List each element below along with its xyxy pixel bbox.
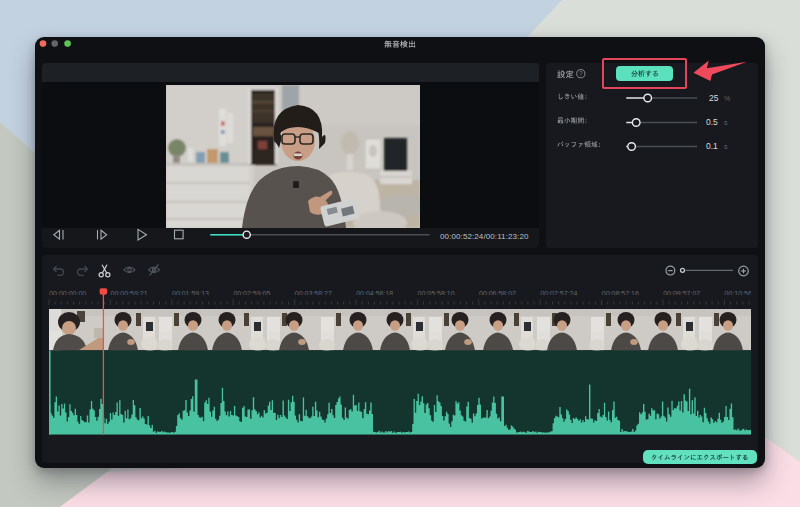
svg-text:?: ? (579, 70, 583, 77)
